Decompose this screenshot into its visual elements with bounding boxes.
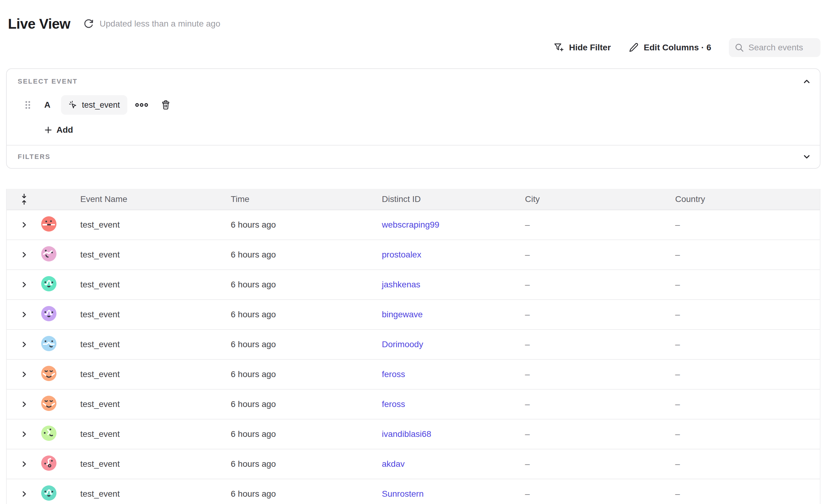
distinct-id-link[interactable]: webscraping99 <box>382 220 439 230</box>
chevron-down-icon <box>802 152 811 161</box>
column-header-distinct-id: Distinct ID <box>376 194 519 204</box>
user-avatar <box>41 306 56 321</box>
expand-row-button[interactable] <box>20 221 28 229</box>
time-cell: 6 hours ago <box>225 340 376 349</box>
column-header-time: Time <box>225 194 376 204</box>
live-view-page: Live View Updated less than a minute ago… <box>0 0 840 504</box>
distinct-id-link[interactable]: feross <box>382 370 405 379</box>
expand-row-button[interactable] <box>20 281 28 289</box>
user-avatar <box>41 485 56 501</box>
distinct-id-link[interactable]: akdav <box>382 459 405 469</box>
add-event-button[interactable]: Add <box>43 123 73 137</box>
chevron-right-icon <box>20 251 28 259</box>
table-row[interactable]: test_event 6 hours ago feross – – <box>7 390 820 419</box>
search-input[interactable] <box>749 43 816 53</box>
city-cell: – <box>519 459 669 469</box>
country-cell: – <box>669 370 820 379</box>
events-table: Event Name Time Distinct ID City Country <box>6 189 821 504</box>
pencil-icon <box>629 42 639 53</box>
country-cell: – <box>669 220 820 230</box>
table-row[interactable]: test_event 6 hours ago Dorimoody – – <box>7 330 820 360</box>
event-name-cell: test_event <box>74 489 225 499</box>
user-avatar <box>41 246 56 262</box>
refresh-button[interactable] <box>83 18 94 29</box>
country-cell: – <box>669 250 820 259</box>
table-row[interactable]: test_event 6 hours ago ivandiblasi68 – – <box>7 419 820 449</box>
select-event-label: SELECT EVENT <box>18 77 77 86</box>
distinct-id-link[interactable]: feross <box>382 399 405 409</box>
distinct-id-link[interactable]: jashkenas <box>382 280 420 289</box>
event-more-options-button[interactable] <box>135 103 148 107</box>
event-name-cell: test_event <box>74 399 225 409</box>
select-event-header: SELECT EVENT <box>7 69 820 86</box>
country-cell: – <box>669 310 820 320</box>
hide-filter-button[interactable]: Hide Filter <box>554 42 611 53</box>
event-name-cell: test_event <box>74 280 225 289</box>
chevron-right-icon <box>20 490 28 498</box>
updated-status: Updated less than a minute ago <box>100 19 220 29</box>
column-header-city: City <box>519 194 669 204</box>
chevron-right-icon <box>20 430 28 438</box>
funnel-plus-icon <box>554 42 564 53</box>
table-row[interactable]: test_event 6 hours ago Sunrostern – – <box>7 479 820 504</box>
city-cell: – <box>519 310 669 320</box>
collapse-select-event-button[interactable] <box>802 77 811 86</box>
expand-row-button[interactable] <box>20 371 28 378</box>
drag-handle[interactable] <box>24 99 32 111</box>
table-row[interactable]: test_event 6 hours ago feross – – <box>7 360 820 390</box>
trash-icon <box>161 100 171 110</box>
user-avatar <box>41 366 56 381</box>
city-cell: – <box>519 399 669 409</box>
distinct-id-link[interactable]: Sunrostern <box>382 489 424 499</box>
chevron-right-icon <box>20 281 28 289</box>
expand-row-button[interactable] <box>20 430 28 438</box>
expand-row-button[interactable] <box>20 310 28 319</box>
user-avatar <box>41 336 56 351</box>
event-letter: A <box>44 100 50 110</box>
table-row[interactable]: test_event 6 hours ago webscraping99 – – <box>7 210 820 240</box>
add-event-label: Add <box>56 125 73 135</box>
distinct-id-link[interactable]: prostoalex <box>382 250 421 259</box>
time-cell: 6 hours ago <box>225 220 376 230</box>
table-row[interactable]: test_event 6 hours ago jashkenas – – <box>7 270 820 300</box>
expand-row-button[interactable] <box>20 490 28 498</box>
hide-filter-label: Hide Filter <box>569 43 611 53</box>
query-builder-panel: SELECT EVENT A <box>6 68 821 169</box>
edit-columns-button[interactable]: Edit Columns · 6 <box>629 42 711 53</box>
table-row[interactable]: test_event 6 hours ago bingewave – – <box>7 300 820 330</box>
plus-icon <box>43 125 53 134</box>
time-cell: 6 hours ago <box>225 429 376 439</box>
collapse-all-rows-button[interactable] <box>19 193 29 205</box>
distinct-id-link[interactable]: Dorimoody <box>382 340 423 349</box>
time-cell: 6 hours ago <box>225 399 376 409</box>
distinct-id-link[interactable]: bingewave <box>382 310 423 319</box>
expand-row-button[interactable] <box>20 341 28 348</box>
event-name-cell: test_event <box>74 220 225 230</box>
search-icon <box>734 43 744 53</box>
time-cell: 6 hours ago <box>225 280 376 289</box>
distinct-id-link[interactable]: ivandiblasi68 <box>382 429 431 439</box>
three-rings-icon <box>135 103 148 107</box>
city-cell: – <box>519 370 669 379</box>
table-row[interactable]: test_event 6 hours ago akdav – – <box>7 449 820 479</box>
country-cell: – <box>669 280 820 289</box>
country-cell: – <box>669 340 820 349</box>
edit-columns-label: Edit Columns · 6 <box>644 43 711 53</box>
city-cell: – <box>519 340 669 349</box>
city-cell: – <box>519 220 669 230</box>
event-chip[interactable]: test_event <box>61 95 127 115</box>
search-box[interactable] <box>729 38 821 57</box>
delete-event-button[interactable] <box>161 100 171 110</box>
expand-row-button[interactable] <box>20 400 28 408</box>
table-row[interactable]: test_event 6 hours ago prostoalex – – <box>7 240 820 270</box>
city-cell: – <box>519 250 669 259</box>
expand-filters-button[interactable] <box>802 152 811 161</box>
time-cell: 6 hours ago <box>225 489 376 499</box>
time-cell: 6 hours ago <box>225 310 376 320</box>
chevron-right-icon <box>20 400 28 408</box>
chevron-up-icon <box>802 77 811 86</box>
user-avatar <box>41 426 56 441</box>
time-cell: 6 hours ago <box>225 370 376 379</box>
expand-row-button[interactable] <box>20 251 28 259</box>
expand-row-button[interactable] <box>20 460 28 468</box>
